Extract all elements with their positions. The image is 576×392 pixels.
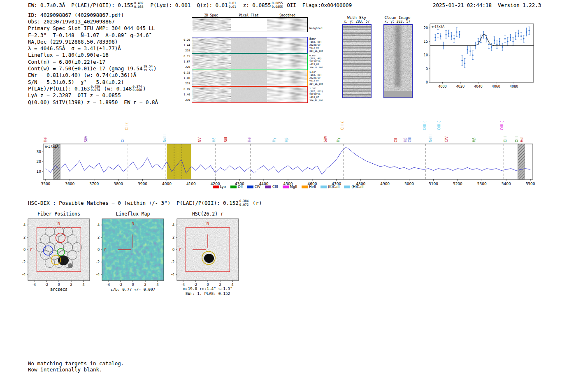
stacked-value: 0.4020.058	[134, 2, 144, 9]
legend-label: OII	[238, 185, 243, 189]
masked-region-band	[53, 144, 60, 179]
svg-text:2: 2	[172, 236, 174, 239]
svg-text:-4: -4	[33, 283, 36, 287]
fiber-pixelflat-image	[231, 87, 267, 102]
svg-text:4: 4	[82, 283, 84, 287]
svg-text:10: 10	[424, 53, 428, 57]
legend-label: HeII	[309, 185, 316, 189]
svg-text:0: 0	[23, 248, 26, 252]
svg-text:15: 15	[424, 40, 428, 44]
info-line: ID: 4029098867 (4029098867.pdf)	[28, 12, 158, 18]
svg-text:0: 0	[98, 248, 100, 252]
clean-image-coords: x, y: 283, 57	[379, 20, 416, 23]
svg-text:4020: 4020	[456, 85, 465, 88]
fiber-row-annotation-line: 304_LL_006	[309, 83, 328, 86]
fiber-row-strip	[192, 86, 308, 103]
legend-swatch	[247, 186, 253, 188]
fiber-pixelflat-image	[231, 37, 267, 53]
text-segment: LineFlux = 1.80(±0.90)e-16	[28, 52, 109, 58]
fiber-row-annotation-line: 0.85"	[309, 38, 328, 41]
svg-text:2: 2	[144, 283, 146, 287]
weighted-sum-strip	[192, 17, 308, 32]
svg-text:0: 0	[172, 248, 174, 252]
svg-text:e-17x2Å: e-17x2Å	[45, 144, 59, 148]
info-line: Q(0.00) SiIV(1398) z = 1.8950 EW r = 0.8…	[28, 99, 158, 105]
clean-image-bottom-strip	[384, 91, 412, 97]
fiber-2dspec-image	[192, 70, 231, 86]
info-line: S/N = 5.3(±0.5) χ² = 5.8(±0.2)	[28, 79, 158, 85]
text-segment: EW: 0.7±0.3Å P(LAE)/P(OII): 0.155	[28, 2, 133, 8]
text-segment: Q(0.00) SiIV(1398) z = 1.8950 EW r = 0.8…	[28, 99, 158, 105]
svg-text:0: 0	[132, 283, 134, 287]
hsc-caption-2: EWr: 1. PLAE: 0.152	[171, 291, 245, 296]
info-line: Obs: 20230719v013_4029098867	[28, 18, 158, 25]
emission-line-label: Hγ	[336, 138, 340, 142]
detection-info-block: ID: 4029098867 (4029098867.pdf)Obs: 2023…	[28, 12, 158, 105]
fiber-row-annotation-line: (283, 48)	[309, 57, 328, 60]
fiber-row-annotation-line: 0.66"	[309, 54, 328, 57]
legend-label: (H)CaII	[351, 185, 363, 189]
gaussian-fit-line	[430, 34, 534, 46]
legend-item: (K)CaII	[321, 185, 339, 189]
hsc-r-panel: NE-4-4-2-2002244	[165, 217, 244, 288]
fiber-row-annotation-line: 1.16"	[309, 71, 328, 74]
legend-label: CIII	[272, 185, 278, 189]
fiber-row-annotation-line: (287, 881)	[309, 90, 328, 93]
svg-text:4: 4	[172, 223, 174, 227]
emission-line-label: CII	[394, 138, 398, 142]
col-header-smoothed: Smoothed	[267, 14, 308, 17]
fiber-row-annotation-line: 20230719	[309, 93, 328, 96]
stacked-value: 0.08550.0855	[272, 2, 283, 9]
info-line: RA,Dec (229.912888,50.783398)	[28, 38, 158, 45]
fiber-row-images	[192, 37, 307, 53]
emission-line-label: HeII	[247, 135, 251, 142]
lineflux-caption: s/b: 0.77 +/- 0.097	[98, 287, 168, 292]
text-segment: Primary Spec_Slot_IFU_AMP: 304_044_045_L…	[28, 25, 155, 31]
svg-text:4000: 4000	[438, 85, 446, 88]
fiber-row-metric: 219	[181, 81, 190, 86]
with-sky-image	[342, 24, 372, 98]
svg-text:-4: -4	[107, 283, 110, 287]
east-label: E	[179, 248, 181, 252]
clean-image-dark-streak	[395, 25, 401, 87]
fiber-pixelflat-image	[231, 70, 267, 86]
emission-line-label: Hβ	[472, 137, 476, 142]
fiber-row-strip	[192, 70, 308, 86]
emission-line-label: OIII	[515, 137, 519, 142]
fiber-row-images	[192, 87, 307, 102]
emission-line-label: SiIV	[323, 136, 327, 142]
text-segment: P(LAE)/P(OII): 0.163	[28, 86, 90, 92]
fiber-row-annotation-line: 20230719	[309, 44, 328, 46]
text-segment: F=2.3" T=0.148 N̄=1.07 A=0.89̄ g=24.6̄	[28, 32, 149, 38]
legend-swatch	[302, 186, 308, 188]
svg-text:e-17x2Å: e-17x2Å	[432, 25, 445, 28]
text-segment: Cont(w) = 7.50(±0.01)e-17 (gmag 19.54	[28, 65, 142, 72]
detection-highlight-band	[167, 144, 191, 179]
cutout-plot-group: NE-4-4-2-2002244	[22, 219, 90, 287]
emission-line-label: SiII	[224, 137, 228, 142]
text-segment: Cont(n) = 6.80(±0.22)e-17	[28, 59, 105, 65]
info-line: P(LAE)/P(OII): 0.1630.4590.074 (w: 0.148…	[28, 85, 158, 92]
fiber-row-images	[192, 54, 307, 70]
info-line: LyA z = 2.3287 OII z = 0.0855	[28, 92, 158, 99]
legend-swatch	[265, 186, 271, 188]
fiber-row-annotation-line: v013_07	[309, 79, 328, 82]
emission-line-label: NeIII	[163, 135, 167, 142]
legend-label: Lyα	[220, 185, 226, 189]
svg-text:-2: -2	[119, 283, 122, 287]
emission-line-label: CII {	[125, 122, 129, 130]
emission-line-label: HeII	[43, 135, 47, 142]
legend-label: MgII	[290, 185, 297, 189]
svg-text:4040: 4040	[474, 85, 482, 88]
fiber-2dspec-image	[192, 37, 231, 53]
fiber-row-left-label: 0.151.08219	[181, 70, 190, 86]
fiber-smoothed-image	[267, 37, 307, 53]
error-bar-points	[434, 27, 530, 68]
fiber-row-annotation-line: (283, 57)	[309, 41, 328, 44]
text-segment: (w: 0.148	[101, 86, 132, 92]
north-label: N	[207, 221, 209, 225]
stacked-value-line: 0.058	[134, 5, 144, 9]
svg-text:4080: 4080	[510, 85, 518, 88]
header-summary-line: EW: 0.7±0.3Å P(LAE)/P(OII): 0.1550.4020.…	[28, 2, 352, 9]
fiber-row-annotation-line: 20230719	[309, 60, 328, 63]
